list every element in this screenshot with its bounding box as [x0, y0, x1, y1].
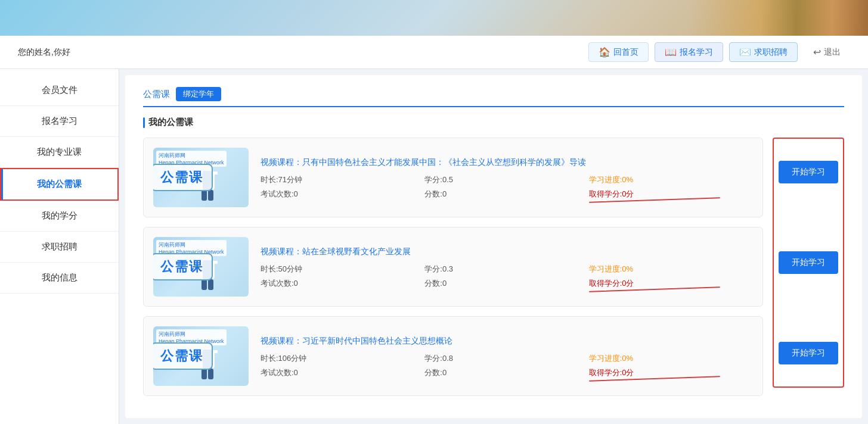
section-title: 我的公需课 [143, 117, 844, 128]
course-item-2: 河南药师网Henan Pharmacist Network 公需课 [143, 227, 763, 307]
course-duration-2: 时长:50分钟 [261, 264, 424, 275]
job-button[interactable]: ✉️ 求职招聘 [729, 42, 798, 62]
content-area: 公需课 绑定学年 我的公需课 河南药师网Henan Pharmacist Net… [125, 75, 862, 418]
main-layout: 会员文件 报名学习 我的专业课 我的公需课 我的学分 求职招聘 我的信息 公需课… [0, 69, 868, 424]
tab-bind-year[interactable]: 绑定学年 [176, 87, 221, 101]
course-meta-1: 时长:71分钟 学分:0.5 学习进度:0% 考试次数:0 分数:0 取得学分:… [261, 174, 753, 199]
course-thumb-2: 河南药师网Henan Pharmacist Network 公需课 [153, 237, 249, 297]
home-button[interactable]: 🏠 回首页 [588, 42, 649, 62]
course-title-3[interactable]: 视频课程：习近平新时代中国特色社会主义思想概论 [261, 335, 753, 347]
greeting-text: 您的姓名,你好 [18, 47, 588, 58]
study-button[interactable]: 📖 报名学习 [655, 42, 723, 62]
course-progress-1: 学习进度:0% [589, 174, 753, 185]
sidebar-item-enroll-study[interactable]: 报名学习 [0, 106, 119, 137]
sidebar-item-my-info[interactable]: 我的信息 [0, 263, 119, 294]
course-item-3: 河南药师网Henan Pharmacist Network 公需课 [143, 316, 763, 396]
course-info-3: 视频课程：习近平新时代中国特色社会主义思想概论 时长:106分钟 学分:0.8 … [261, 335, 753, 378]
course-credits-3: 学分:0.8 [424, 353, 588, 364]
sidebar: 会员文件 报名学习 我的专业课 我的公需课 我的学分 求职招聘 我的信息 [0, 69, 119, 424]
start-learning-btn-1[interactable]: 开始学习 [779, 161, 838, 183]
course-thumb-label-1: 公需课 [153, 164, 213, 191]
course-duration-3: 时长:106分钟 [261, 353, 424, 364]
course-list: 河南药师网Henan Pharmacist Network 公需课 [143, 138, 763, 396]
course-exam-1: 考试次数:0 [261, 189, 424, 199]
svg-rect-26 [202, 279, 207, 290]
home-icon: 🏠 [599, 46, 610, 58]
course-meta-3: 时长:106分钟 学分:0.8 学习进度:0% 考试次数:0 分数:0 取得学分… [261, 353, 753, 378]
course-exam-3: 考试次数:0 [261, 367, 424, 378]
header-banner [0, 0, 868, 36]
course-thumb-1: 河南药师网Henan Pharmacist Network 公需课 [153, 148, 249, 207]
top-nav: 您的姓名,你好 🏠 回首页 📖 报名学习 ✉️ 求职招聘 ↩ 退出 [0, 36, 868, 69]
course-earned-3: 取得学分:0分 [589, 367, 753, 378]
course-progress-3: 学习进度:0% [589, 353, 753, 364]
course-info-2: 视频课程：站在全球视野看文化产业发展 时长:50分钟 学分:0.3 学习进度:0… [261, 245, 753, 289]
logout-button[interactable]: ↩ 退出 [804, 43, 850, 61]
course-earned-1: 取得学分:0分 [589, 189, 753, 199]
course-score-3: 分数:0 [424, 367, 588, 378]
sidebar-item-my-public[interactable]: 我的公需课 [0, 168, 119, 201]
sidebar-item-job-hunt[interactable]: 求职招聘 [0, 232, 119, 263]
svg-rect-7 [213, 172, 218, 174]
course-title-1[interactable]: 视频课程：只有中国特色社会主义才能发展中国：《社会主义从空想到科学的发展》导读 [261, 156, 753, 169]
course-thumb-label-3: 公需课 [153, 342, 213, 370]
action-outer-box: 开始学习 开始学习 开始学习 [773, 138, 844, 388]
tab-public-course[interactable]: 公需课 [143, 89, 170, 100]
course-credits-1: 学分:0.5 [424, 174, 588, 185]
section-title-bar [143, 117, 145, 128]
course-duration-1: 时长:71分钟 [261, 174, 424, 185]
sidebar-item-member-file[interactable]: 会员文件 [0, 75, 119, 106]
mail-icon: ✉️ [739, 46, 751, 58]
course-progress-2: 学习进度:0% [589, 264, 753, 275]
svg-rect-21 [213, 261, 218, 264]
svg-rect-27 [208, 279, 213, 290]
course-credits-2: 学分:0.3 [424, 264, 588, 275]
course-score-1: 分数:0 [424, 189, 588, 199]
logout-icon: ↩ [813, 46, 821, 58]
course-earned-2: 取得学分:0分 [589, 278, 753, 289]
tabs-row: 公需课 绑定学年 [143, 87, 844, 107]
svg-rect-12 [202, 190, 207, 201]
course-title-2[interactable]: 视频课程：站在全球视野看文化产业发展 [261, 245, 753, 258]
course-exam-2: 考试次数:0 [261, 278, 424, 289]
svg-rect-35 [213, 350, 218, 353]
sidebar-item-my-credits[interactable]: 我的学分 [0, 201, 119, 232]
book-icon: 📖 [665, 46, 677, 58]
start-learning-btn-3[interactable]: 开始学习 [779, 342, 838, 364]
svg-rect-40 [202, 369, 207, 379]
course-item-1: 河南药师网Henan Pharmacist Network 公需课 [143, 138, 763, 217]
sidebar-item-my-major[interactable]: 我的专业课 [0, 137, 119, 168]
course-score-2: 分数:0 [424, 278, 588, 289]
svg-rect-41 [208, 369, 213, 379]
course-meta-2: 时长:50分钟 学分:0.3 学习进度:0% 考试次数:0 分数:0 取得学分:… [261, 264, 753, 289]
svg-rect-13 [208, 190, 213, 201]
course-thumb-label-2: 公需课 [153, 253, 213, 280]
course-info-1: 视频课程：只有中国特色社会主义才能发展中国：《社会主义从空想到科学的发展》导读 … [261, 156, 753, 199]
nav-buttons: 🏠 回首页 📖 报名学习 ✉️ 求职招聘 ↩ 退出 [588, 42, 850, 62]
start-learning-btn-2[interactable]: 开始学习 [779, 251, 838, 274]
course-thumb-3: 河南药师网Henan Pharmacist Network 公需课 [153, 326, 249, 386]
